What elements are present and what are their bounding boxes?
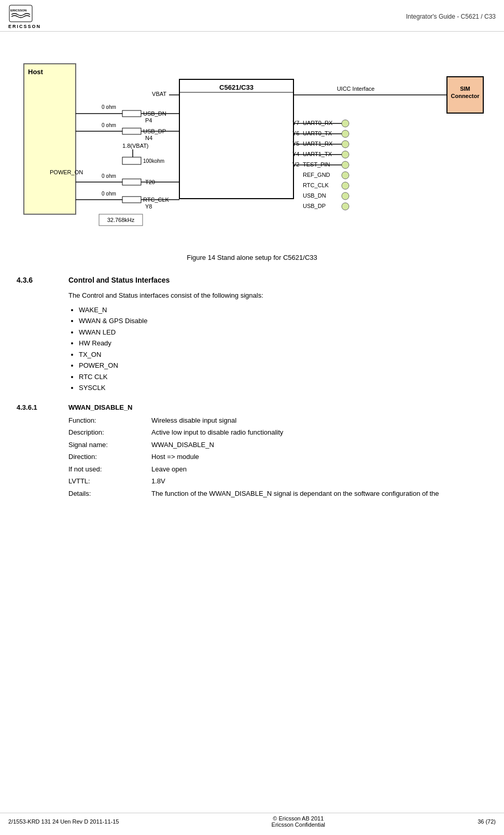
svg-text:TEST_PIN: TEST_PIN bbox=[303, 161, 330, 168]
def-label-signal: Signal name: bbox=[68, 440, 151, 450]
svg-text:Y6: Y6 bbox=[292, 130, 299, 136]
svg-point-72 bbox=[342, 203, 349, 210]
svg-text:UART0_RX: UART0_RX bbox=[303, 120, 333, 126]
list-item: SYSCLK bbox=[79, 383, 487, 393]
def-row-ifnotused: If not used: Leave open bbox=[68, 464, 452, 475]
svg-text:Host: Host bbox=[28, 68, 44, 76]
subsection-4361-heading: 4.3.6.1 WWAN_DISABLE_N bbox=[17, 403, 487, 411]
footer-center: © Ericsson AB 2011 Ericsson Confidential bbox=[272, 815, 325, 828]
def-row-direction: Direction: Host => module bbox=[68, 452, 452, 462]
def-row-description: Description: Active low input to disable… bbox=[68, 427, 452, 438]
svg-point-70 bbox=[342, 192, 349, 200]
svg-text:VBAT: VBAT bbox=[152, 91, 166, 97]
svg-text:Y5: Y5 bbox=[292, 141, 299, 147]
def-label-lvttl: LVTTL: bbox=[68, 476, 151, 486]
svg-text:UART1_RX: UART1_RX bbox=[303, 141, 333, 147]
section-436-bullets: WAKE_N WWAN & GPS Disable WWAN LED HW Re… bbox=[79, 305, 487, 393]
list-item: WWAN LED bbox=[79, 327, 487, 338]
svg-rect-22 bbox=[122, 128, 141, 134]
def-label-direction: Direction: bbox=[68, 452, 151, 462]
list-item: WWAN & GPS Disable bbox=[79, 316, 487, 326]
svg-text:C5621/C33: C5621/C33 bbox=[219, 84, 254, 91]
def-value-description: Active low input to disable radio functi… bbox=[151, 427, 452, 438]
figure-caption: Figure 14 Stand alone setup for C5621/C3… bbox=[17, 254, 487, 261]
svg-text:Y4: Y4 bbox=[292, 151, 299, 157]
def-label-function: Function: bbox=[68, 415, 151, 426]
svg-text:1.8(VBAT): 1.8(VBAT) bbox=[122, 143, 149, 149]
svg-text:USB_DP: USB_DP bbox=[303, 203, 326, 209]
footer-center-line1: © Ericsson AB 2011 bbox=[272, 815, 325, 822]
def-row-function: Function: Wireless disable input signal bbox=[68, 415, 452, 426]
list-item: HW Ready bbox=[79, 338, 487, 349]
svg-text:UICC Interface: UICC Interface bbox=[337, 86, 375, 92]
header-title: Integrator's Guide - C5621 / C33 bbox=[406, 13, 496, 20]
list-item: POWER_ON bbox=[79, 360, 487, 371]
svg-text:0 ohm: 0 ohm bbox=[102, 122, 116, 128]
svg-text:UART1_TX: UART1_TX bbox=[303, 151, 332, 157]
svg-rect-2 bbox=[24, 64, 76, 214]
def-value-ifnotused: Leave open bbox=[151, 464, 452, 475]
svg-rect-29 bbox=[122, 157, 141, 164]
svg-point-63 bbox=[342, 161, 349, 169]
def-value-signal: WWAN_DISABLE_N bbox=[151, 440, 452, 450]
svg-rect-38 bbox=[122, 197, 141, 203]
svg-rect-33 bbox=[122, 179, 141, 185]
svg-point-51 bbox=[342, 130, 349, 137]
section-436-num: 4.3.6 bbox=[17, 276, 48, 284]
section-436-title: Control and Status Interfaces bbox=[68, 276, 170, 284]
subsection-4361-num: 4.3.6.1 bbox=[17, 403, 48, 411]
svg-text:USB_DN: USB_DN bbox=[303, 192, 326, 199]
list-item: RTC CLK bbox=[79, 372, 487, 382]
list-item: TX_ON bbox=[79, 350, 487, 360]
def-label-details: Details: bbox=[68, 489, 151, 499]
subsection-4361-title: WWAN_DISABLE_N bbox=[68, 403, 133, 411]
svg-point-55 bbox=[342, 141, 349, 148]
svg-text:N4: N4 bbox=[145, 135, 152, 141]
svg-rect-4 bbox=[179, 79, 293, 199]
def-value-direction: Host => module bbox=[151, 452, 452, 462]
diagram-svg: Host C5621/C33 SIM Connector UICC Interf… bbox=[19, 48, 485, 245]
svg-text:P4: P4 bbox=[145, 117, 152, 123]
def-value-lvttl: 1.8V bbox=[151, 476, 452, 486]
def-value-function: Wireless disable input signal bbox=[151, 415, 452, 426]
svg-text:32.768kHz: 32.768kHz bbox=[107, 217, 135, 223]
ericsson-logo: ERICSSON ERICSSON bbox=[8, 4, 41, 29]
page-footer: 2/1553-KRD 131 24 Uen Rev D 2011-11-15 ©… bbox=[0, 813, 504, 830]
definition-table: Function: Wireless disable input signal … bbox=[68, 415, 452, 499]
svg-rect-16 bbox=[122, 110, 141, 117]
page-header: ERICSSON ERICSSON Integrator's Guide - C… bbox=[0, 0, 504, 32]
circuit-diagram: Host C5621/C33 SIM Connector UICC Interf… bbox=[19, 48, 485, 245]
logo-text: ERICSSON bbox=[8, 24, 41, 29]
svg-point-68 bbox=[342, 182, 349, 189]
def-row-signal: Signal name: WWAN_DISABLE_N bbox=[68, 440, 452, 450]
svg-text:Connector: Connector bbox=[451, 93, 480, 99]
svg-text:RTC_CLK: RTC_CLK bbox=[303, 182, 329, 188]
svg-text:0 ohm: 0 ohm bbox=[102, 173, 116, 179]
svg-point-66 bbox=[342, 172, 349, 179]
svg-text:ERICSSON: ERICSSON bbox=[10, 9, 26, 12]
svg-text:100kohm: 100kohm bbox=[143, 158, 164, 164]
footer-center-line2: Ericsson Confidential bbox=[272, 822, 325, 828]
def-label-description: Description: bbox=[68, 427, 151, 438]
svg-text:Y8: Y8 bbox=[145, 203, 152, 210]
section-436-heading: 4.3.6 Control and Status Interfaces bbox=[17, 276, 487, 284]
def-row-details: Details: The function of the WWAN_DISABL… bbox=[68, 489, 452, 499]
svg-point-47 bbox=[342, 120, 349, 127]
svg-text:POWER_ON: POWER_ON bbox=[50, 169, 83, 175]
svg-text:Y7: Y7 bbox=[292, 120, 299, 126]
footer-right: 36 (72) bbox=[478, 818, 496, 825]
def-value-details: The function of the WWAN_DISABLE_N signa… bbox=[151, 489, 452, 499]
svg-text:V2: V2 bbox=[292, 161, 299, 168]
def-label-ifnotused: If not used: bbox=[68, 464, 151, 475]
svg-text:0 ohm: 0 ohm bbox=[102, 104, 116, 110]
svg-text:SIM: SIM bbox=[460, 86, 470, 92]
svg-text:0 ohm: 0 ohm bbox=[102, 191, 116, 197]
footer-left: 2/1553-KRD 131 24 Uen Rev D 2011-11-15 bbox=[8, 818, 119, 825]
section-436-body: The Control and Status interfaces consis… bbox=[68, 290, 487, 301]
svg-point-59 bbox=[342, 151, 349, 158]
svg-text:REF_GND: REF_GND bbox=[303, 172, 330, 178]
svg-text:UART0_TX: UART0_TX bbox=[303, 130, 332, 136]
def-row-lvttl: LVTTL: 1.8V bbox=[68, 476, 452, 486]
list-item: WAKE_N bbox=[79, 305, 487, 315]
page-content: Host C5621/C33 SIM Connector UICC Interf… bbox=[0, 32, 504, 509]
